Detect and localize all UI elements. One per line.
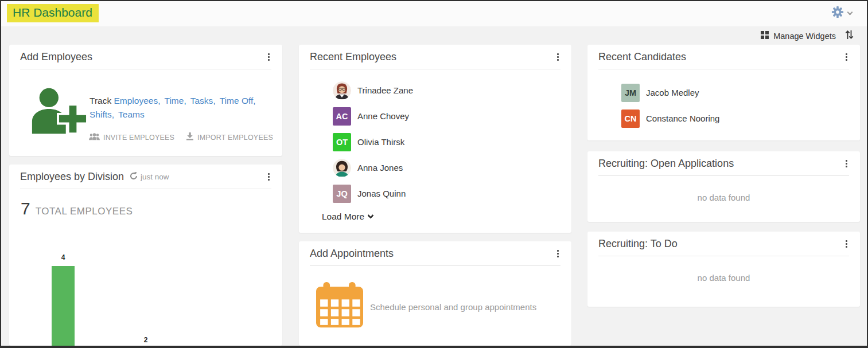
link-time-off[interactable]: Time Off bbox=[220, 96, 254, 105]
link-tasks[interactable]: Tasks bbox=[190, 96, 213, 105]
page-title: HR Dashboard bbox=[7, 4, 99, 22]
widget-toolbar: Manage Widgets bbox=[761, 30, 854, 42]
avatar bbox=[333, 159, 351, 177]
link-employees[interactable]: Employees bbox=[114, 96, 158, 105]
candidate-row[interactable]: JM Jacob Medley bbox=[599, 80, 848, 105]
settings-menu[interactable] bbox=[831, 6, 852, 21]
employee-row[interactable]: AC Anne Chovey bbox=[310, 103, 560, 129]
division-bar-1 bbox=[52, 266, 75, 346]
avatar-initials: CN bbox=[621, 110, 640, 128]
avatar-initials: OT bbox=[333, 133, 351, 151]
candidate-name: Jacob Medley bbox=[646, 88, 699, 97]
kebab-menu-icon[interactable] bbox=[844, 157, 849, 170]
employee-name: Trinadee Zane bbox=[357, 85, 413, 95]
hr-dashboard-page: HR Dashboard bbox=[0, 0, 868, 348]
total-employees-value: 7 bbox=[21, 199, 30, 218]
widget-title: Recent Employees bbox=[310, 51, 396, 63]
widget-recent-employees: Recent Employees bbox=[299, 45, 571, 233]
import-employees-button[interactable]: IMPORT EMPLOYEES bbox=[186, 132, 273, 142]
widget-employees-by-division: Employees by Division just now 7TOTAL EM… bbox=[9, 165, 282, 346]
employee-row[interactable]: Trinadee Zane bbox=[310, 77, 560, 103]
employee-name: Anna Jones bbox=[357, 163, 403, 173]
load-more-label: Load More bbox=[322, 212, 364, 222]
widget-recruiting-open-applications: Recruiting: Open Applications no data fo… bbox=[587, 151, 860, 222]
kebab-menu-icon[interactable] bbox=[555, 247, 560, 260]
avatar-initials: AC bbox=[333, 107, 351, 126]
manage-widgets-label: Manage Widgets bbox=[773, 32, 836, 41]
widget-title: Add Appointments bbox=[310, 248, 394, 260]
chevron-down-icon[interactable] bbox=[847, 9, 853, 15]
calendar-icon bbox=[316, 280, 363, 334]
manage-widgets-button[interactable]: Manage Widgets bbox=[761, 31, 836, 41]
link-shifts[interactable]: Shifts bbox=[89, 110, 112, 119]
employee-row[interactable]: Anna Jones bbox=[310, 155, 560, 181]
avatar-initials: JM bbox=[621, 84, 640, 102]
employee-name: Jonas Quinn bbox=[357, 189, 406, 198]
widget-add-employees: Add Employees Track Employees, Time, Tas… bbox=[9, 45, 282, 156]
group-icon bbox=[89, 133, 100, 142]
widget-add-appointments: Add Appointments bbox=[299, 241, 571, 346]
sort-arrows-icon[interactable] bbox=[845, 30, 854, 42]
candidate-name: Constance Nooring bbox=[646, 114, 719, 123]
grid-icon bbox=[761, 31, 769, 41]
track-prefix: Track bbox=[89, 96, 111, 105]
refresh-icon[interactable] bbox=[130, 172, 138, 182]
widget-recruiting-to-do: Recruiting: To Do no data found bbox=[587, 232, 860, 307]
appointments-description: Schedule personal and group appointments bbox=[370, 302, 536, 312]
kebab-menu-icon[interactable] bbox=[844, 237, 849, 251]
chevron-down-icon bbox=[367, 212, 373, 218]
avatar bbox=[333, 81, 351, 100]
refreshed-time: just now bbox=[141, 173, 169, 181]
widget-recent-candidates: Recent Candidates JM Jacob Medley CN Con… bbox=[587, 45, 860, 140]
total-employees: 7TOTAL EMPLOYEES bbox=[21, 199, 282, 218]
bar-value-label: 2 bbox=[134, 336, 157, 344]
avatar-initials: JQ bbox=[333, 185, 351, 203]
employee-name: Anne Chovey bbox=[357, 111, 409, 121]
widget-title: Recent Candidates bbox=[598, 51, 686, 63]
invite-employees-button[interactable]: INVITE EMPLOYEES bbox=[89, 133, 174, 142]
import-employees-label: IMPORT EMPLOYEES bbox=[197, 134, 273, 142]
kebab-menu-icon[interactable] bbox=[844, 50, 849, 64]
link-teams[interactable]: Teams bbox=[118, 110, 145, 119]
total-employees-label: TOTAL EMPLOYEES bbox=[36, 206, 133, 217]
load-more-button[interactable]: Load More bbox=[322, 212, 373, 222]
link-time[interactable]: Time bbox=[165, 96, 184, 105]
widget-title: Recruiting: Open Applications bbox=[598, 158, 734, 170]
empty-state-text: no data found bbox=[587, 176, 860, 202]
track-links-line: Track Employees, Time, Tasks, Time Off, … bbox=[89, 94, 279, 122]
employee-row[interactable]: JQ Jonas Quinn bbox=[310, 181, 560, 206]
kebab-menu-icon[interactable] bbox=[555, 50, 560, 64]
kebab-menu-icon[interactable] bbox=[266, 170, 271, 183]
widget-title: Recruiting: To Do bbox=[598, 238, 678, 250]
gear-icon[interactable] bbox=[831, 6, 844, 21]
empty-state-text: no data found bbox=[587, 256, 860, 283]
candidate-row[interactable]: CN Constance Nooring bbox=[599, 105, 848, 131]
employee-row[interactable]: OT Olivia Thirsk bbox=[310, 129, 560, 155]
kebab-menu-icon[interactable] bbox=[266, 50, 271, 64]
bar-value-label: 4 bbox=[52, 253, 75, 261]
top-bar: HR Dashboard bbox=[1, 1, 867, 26]
widget-title: Employees by Division bbox=[20, 171, 124, 183]
invite-employees-label: INVITE EMPLOYEES bbox=[103, 134, 174, 142]
import-icon bbox=[186, 132, 194, 142]
widget-title: Add Employees bbox=[20, 51, 92, 63]
employee-name: Olivia Thirsk bbox=[357, 137, 404, 147]
add-employee-icon bbox=[29, 87, 87, 136]
